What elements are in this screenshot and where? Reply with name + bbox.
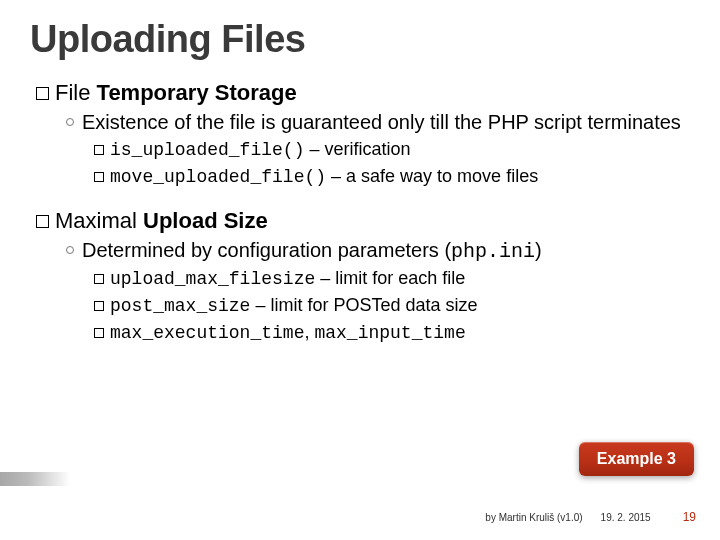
page-title: Uploading Files (30, 18, 690, 61)
item-text: move_uploaded_file() – a safe way to mov… (110, 164, 538, 189)
text-b: ) (535, 239, 542, 261)
heading-text: Maximal Upload Size (55, 207, 268, 235)
code-ini: max_execution_time (110, 323, 304, 343)
heading-text: File Temporary Storage (55, 79, 297, 107)
code-ini: php.ini (451, 240, 535, 263)
code-ini: max_input_time (314, 323, 465, 343)
item-text: max_execution_time, max_input_time (110, 320, 466, 345)
heading-part-b: Temporary Storage (97, 80, 297, 105)
point-text: Determined by configuration parameters (… (82, 238, 542, 264)
slide: Uploading Files File Temporary Storage E… (0, 0, 720, 540)
code-ini: upload_max_filesize (110, 269, 315, 289)
square-bullet-icon (36, 87, 49, 100)
desc: – limit for POSTed data size (250, 295, 477, 315)
code-fn: is_uploaded_file() (110, 140, 304, 160)
footer-page-number: 19 (683, 510, 696, 524)
ring-bullet-icon (66, 246, 74, 254)
item-move-uploaded: move_uploaded_file() – a safe way to mov… (94, 164, 690, 189)
footer-author: by Martin Kruliš (v1.0) (485, 512, 582, 523)
desc: – verification (304, 139, 410, 159)
sep: , (304, 322, 314, 342)
heading-part-b: Upload Size (143, 208, 268, 233)
item-text: post_max_size – limit for POSTed data si… (110, 293, 478, 318)
square-bullet-icon (94, 145, 104, 155)
square-bullet-icon (36, 215, 49, 228)
footer-date: 19. 2. 2015 (601, 512, 651, 523)
item-is-uploaded: is_uploaded_file() – verification (94, 137, 690, 162)
code-ini: post_max_size (110, 296, 250, 316)
heading-part-a: File (55, 80, 90, 105)
square-bullet-icon (94, 301, 104, 311)
square-bullet-icon (94, 328, 104, 338)
point-existence: Existence of the file is guaranteed only… (66, 110, 690, 135)
footer: by Martin Kruliš (v1.0) 19. 2. 2015 19 (0, 510, 700, 524)
point-text: Existence of the file is guaranteed only… (82, 110, 681, 135)
text-a: Determined by configuration parameters ( (82, 239, 451, 261)
point-config: Determined by configuration parameters (… (66, 238, 690, 264)
item-text: is_uploaded_file() – verification (110, 137, 411, 162)
square-bullet-icon (94, 274, 104, 284)
example-badge: Example 3 (579, 442, 694, 476)
ring-bullet-icon (66, 118, 74, 126)
item-post-max-size: post_max_size – limit for POSTed data si… (94, 293, 690, 318)
desc: – limit for each file (315, 268, 465, 288)
section-heading-file-storage: File Temporary Storage (36, 79, 690, 107)
code-fn: move_uploaded_file() (110, 167, 326, 187)
item-time-limits: max_execution_time, max_input_time (94, 320, 690, 345)
item-text: upload_max_filesize – limit for each fil… (110, 266, 465, 291)
section-heading-max-upload: Maximal Upload Size (36, 207, 690, 235)
item-upload-max-filesize: upload_max_filesize – limit for each fil… (94, 266, 690, 291)
desc: – a safe way to move files (326, 166, 538, 186)
accent-bar (0, 472, 70, 486)
square-bullet-icon (94, 172, 104, 182)
heading-part-a: Maximal (55, 208, 137, 233)
